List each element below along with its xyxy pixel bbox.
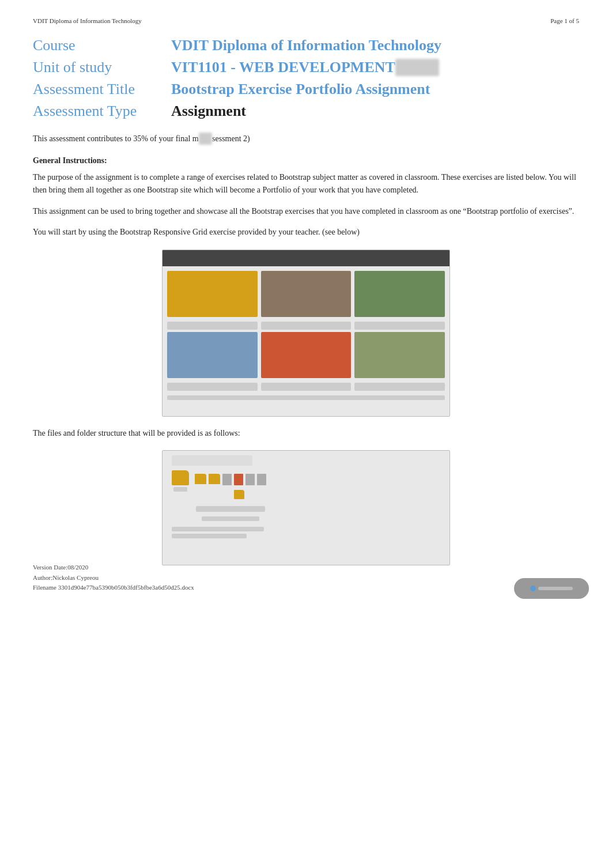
assessment-title-value: Bootstrap Exercise Portfolio Assignment bbox=[171, 78, 579, 100]
files-text: The files and folder structure that will… bbox=[33, 427, 579, 440]
course-value: VDIT Diploma of Information Technology bbox=[171, 35, 579, 56]
unit-value: VIT1101 - WEB DEVELOPMENTDCMS bbox=[171, 56, 579, 78]
footer-line-1: Version Date:08/2020 bbox=[33, 563, 194, 573]
footer-line-2: Author:Nickolas Cypreou bbox=[33, 573, 194, 583]
info-table: Course VDIT Diploma of Information Techn… bbox=[33, 35, 579, 122]
paragraph-2: This assignment can be used to bring tog… bbox=[33, 205, 579, 218]
assessment-type-value: Assignment bbox=[171, 100, 579, 122]
bootstrap-grid-screenshot bbox=[162, 250, 450, 417]
paragraph-3: You will start by using the Bootstrap Re… bbox=[33, 226, 579, 239]
folder-structure-screenshot bbox=[162, 450, 450, 565]
assessment-title-label: Assessment Title bbox=[33, 78, 171, 100]
course-label: Course bbox=[33, 35, 171, 56]
top-bar-left: VDIT Diploma of Information Technology bbox=[33, 17, 142, 24]
description-line: This assessment contributes to 35% of yo… bbox=[33, 133, 579, 145]
badge-dot bbox=[530, 586, 536, 591]
footer-line-3: Filename 3301d904e77ba5390b050b3fdf5bfbe… bbox=[33, 583, 194, 593]
assessment-type-label: Assessment Type bbox=[33, 100, 171, 122]
general-instructions-heading: General Instructions: bbox=[33, 156, 579, 165]
unit-label: Unit of study bbox=[33, 56, 171, 78]
badge-line bbox=[538, 587, 573, 590]
top-bar-right: Page 1 of 5 bbox=[550, 17, 579, 24]
footer-badge bbox=[514, 578, 589, 599]
paragraph-1: The purpose of the assignment is to comp… bbox=[33, 171, 579, 197]
footer: Version Date:08/2020 Author:Nickolas Cyp… bbox=[33, 563, 194, 593]
